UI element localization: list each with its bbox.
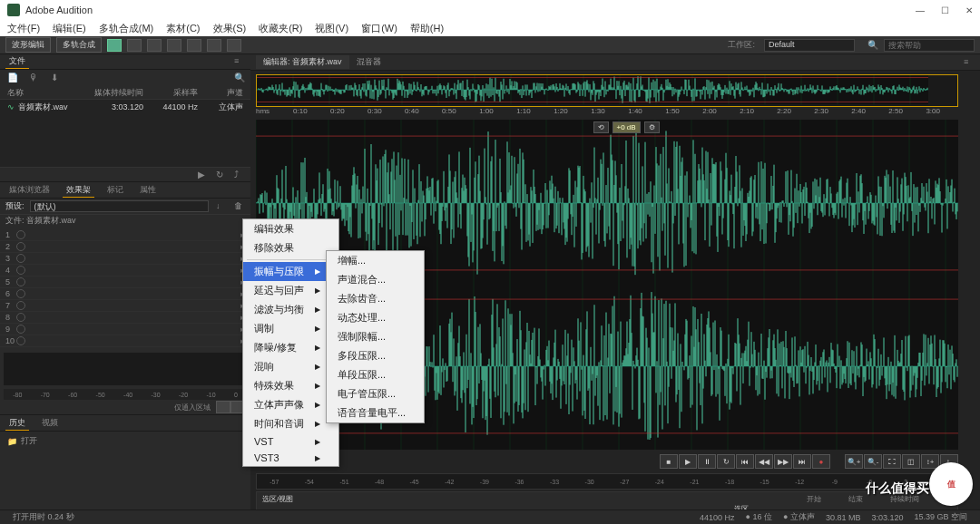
loop-icon[interactable]: ↻ bbox=[216, 170, 227, 180]
ctx-item[interactable]: 延迟与回声▶ bbox=[243, 281, 338, 300]
tool-select[interactable] bbox=[107, 39, 122, 52]
tool-lasso[interactable] bbox=[187, 39, 201, 52]
preset-delete-icon[interactable]: 🗑 bbox=[234, 201, 245, 212]
ctx-item[interactable]: 调制▶ bbox=[243, 319, 338, 338]
col-channels[interactable]: 声道 bbox=[198, 87, 243, 99]
power-icon[interactable] bbox=[16, 254, 25, 263]
fx-tab-rack[interactable]: 效果架 bbox=[63, 183, 94, 198]
power-icon[interactable] bbox=[16, 313, 25, 322]
ctx-item[interactable]: 混响▶ bbox=[243, 357, 338, 376]
tool-heal[interactable] bbox=[227, 39, 241, 52]
zoom-full-icon[interactable]: ⛶ bbox=[883, 454, 901, 469]
ctx-remove-effects[interactable]: 移除效果 bbox=[243, 238, 338, 257]
power-icon[interactable] bbox=[16, 301, 25, 310]
skip-fwd-button[interactable]: ⏭ bbox=[793, 454, 811, 469]
forward-button[interactable]: ▶▶ bbox=[774, 454, 792, 469]
ctx-item[interactable]: 特殊效果▶ bbox=[243, 376, 338, 395]
files-tab[interactable]: 文件 bbox=[5, 54, 29, 69]
editor-menu-icon[interactable]: ≡ bbox=[964, 57, 975, 68]
fx-slot-9[interactable]: 9▸ bbox=[0, 324, 250, 335]
editor-tab[interactable]: 编辑器: 音频素材.wav bbox=[256, 55, 349, 69]
ctx-item[interactable]: 时间和音调▶ bbox=[243, 414, 338, 433]
ctx-sub-item[interactable]: 增幅... bbox=[327, 251, 424, 270]
tool-marquee[interactable] bbox=[167, 39, 181, 52]
menu-multitrack[interactable]: 多轨合成(M) bbox=[99, 22, 154, 35]
tool-razor[interactable] bbox=[147, 39, 162, 52]
col-duration[interactable]: 媒体持续时间 bbox=[89, 87, 143, 99]
play-preview-icon[interactable]: ▶ bbox=[198, 170, 209, 180]
mixer-tab[interactable]: 混音器 bbox=[349, 55, 388, 69]
history-item[interactable]: 📁 打开 bbox=[7, 435, 243, 447]
preset-dropdown[interactable]: (默认) bbox=[30, 200, 209, 212]
fx-slot-4[interactable]: 4▸ bbox=[0, 265, 250, 277]
file-record-icon[interactable]: 🎙 bbox=[29, 73, 40, 83]
ctx-item[interactable]: VST3▶ bbox=[243, 450, 338, 466]
file-row[interactable]: ∿ 音频素材.wav 3:03.120 44100 Hz 立体声 bbox=[0, 100, 250, 115]
minimize-button[interactable]: — bbox=[916, 5, 925, 15]
workspace-dropdown[interactable]: Default bbox=[764, 39, 855, 52]
fx-slot-1[interactable]: 1▸ bbox=[0, 229, 250, 241]
ctx-sub-item[interactable]: 强制限幅... bbox=[327, 327, 424, 346]
power-icon[interactable] bbox=[16, 230, 25, 239]
ctx-sub-item[interactable]: 声道混合... bbox=[327, 270, 424, 289]
hud-settings-icon[interactable]: ⚙ bbox=[644, 121, 660, 133]
zoom-sel-icon[interactable]: ◫ bbox=[902, 454, 920, 469]
autoplay-icon[interactable]: ⤴ bbox=[234, 170, 245, 180]
menu-help[interactable]: 帮助(H) bbox=[410, 22, 444, 35]
fx-tab-browser[interactable]: 媒体浏览器 bbox=[5, 183, 54, 197]
menu-edit[interactable]: 编辑(E) bbox=[53, 22, 86, 35]
overview-waveform[interactable] bbox=[256, 74, 958, 107]
ctx-sub-item[interactable]: 多段压限... bbox=[327, 346, 424, 365]
power-icon[interactable] bbox=[16, 336, 25, 345]
zoom-in-icon[interactable]: 🔍+ bbox=[845, 454, 863, 469]
tool-brush[interactable] bbox=[207, 39, 221, 52]
ctx-item[interactable]: 滤波与均衡▶ bbox=[243, 300, 338, 319]
maximize-button[interactable]: ☐ bbox=[941, 5, 949, 15]
file-import-icon[interactable]: ⬇ bbox=[51, 73, 62, 83]
ctx-item[interactable]: 立体声声像▶ bbox=[243, 395, 338, 414]
zoom-out-icon[interactable]: 🔍- bbox=[864, 454, 882, 469]
fx-slot-8[interactable]: 8▸ bbox=[0, 312, 250, 324]
fx-tab-props[interactable]: 属性 bbox=[136, 183, 160, 197]
search-help[interactable] bbox=[884, 39, 975, 52]
fx-slot-10[interactable]: 10▸ bbox=[0, 335, 250, 347]
fx-tab-markers[interactable]: 标记 bbox=[103, 183, 127, 197]
menu-file[interactable]: 文件(F) bbox=[7, 22, 40, 35]
ctx-edit-effects[interactable]: 编辑效果 bbox=[243, 219, 338, 238]
menu-favorites[interactable]: 收藏夹(R) bbox=[259, 22, 302, 35]
col-samplerate[interactable]: 采样率 bbox=[143, 87, 198, 99]
fx-slot-7[interactable]: 7▸ bbox=[0, 300, 250, 312]
ctx-sub-item[interactable]: 单段压限... bbox=[327, 365, 424, 384]
menu-effects[interactable]: 效果(S) bbox=[213, 22, 247, 35]
power-icon[interactable] bbox=[16, 242, 25, 251]
fx-slot-2[interactable]: 2▸ bbox=[0, 241, 250, 253]
loop-button[interactable]: ↻ bbox=[717, 454, 735, 469]
mode-waveform[interactable]: 波形编辑 bbox=[5, 37, 51, 53]
ctx-sub-item[interactable]: 去除齿音... bbox=[327, 289, 424, 308]
record-button[interactable]: ● bbox=[812, 454, 830, 469]
tool-move[interactable] bbox=[127, 39, 142, 52]
power-icon[interactable] bbox=[16, 325, 25, 334]
rewind-button[interactable]: ◀◀ bbox=[755, 454, 773, 469]
level-meter[interactable]: -57-54-51-48-45-42-39-36-33-30-27-24-21-… bbox=[256, 473, 958, 490]
timeline-ruler[interactable]: hms0:100:200:300:400:501:001:101:201:301… bbox=[256, 107, 958, 120]
video-tab[interactable]: 视频 bbox=[38, 416, 62, 430]
files-tab-menu[interactable]: ≡ bbox=[234, 56, 245, 67]
hud-pan-icon[interactable]: ⟲ bbox=[593, 121, 609, 133]
menu-view[interactable]: 视图(V) bbox=[315, 22, 348, 35]
power-icon[interactable] bbox=[16, 277, 25, 286]
fx-power-icon[interactable] bbox=[216, 401, 230, 413]
preset-save-icon[interactable]: ↓ bbox=[216, 201, 227, 212]
power-icon[interactable] bbox=[16, 266, 25, 275]
ctx-item[interactable]: VST▶ bbox=[243, 433, 338, 450]
mode-multitrack[interactable]: 多轨合成 bbox=[56, 37, 102, 53]
play-button[interactable]: ▶ bbox=[679, 454, 697, 469]
history-tab[interactable]: 历史 bbox=[5, 416, 29, 431]
ctx-sub-item[interactable]: 动态处理... bbox=[327, 308, 424, 327]
fx-slot-3[interactable]: 3▸ bbox=[0, 253, 250, 265]
menu-window[interactable]: 窗口(W) bbox=[361, 22, 397, 35]
file-search-icon[interactable]: 🔍 bbox=[234, 73, 245, 83]
pause-button[interactable]: ⏸ bbox=[698, 454, 716, 469]
file-open-icon[interactable]: 📄 bbox=[7, 73, 18, 83]
hud-gain[interactable]: +0 dB bbox=[612, 121, 641, 133]
